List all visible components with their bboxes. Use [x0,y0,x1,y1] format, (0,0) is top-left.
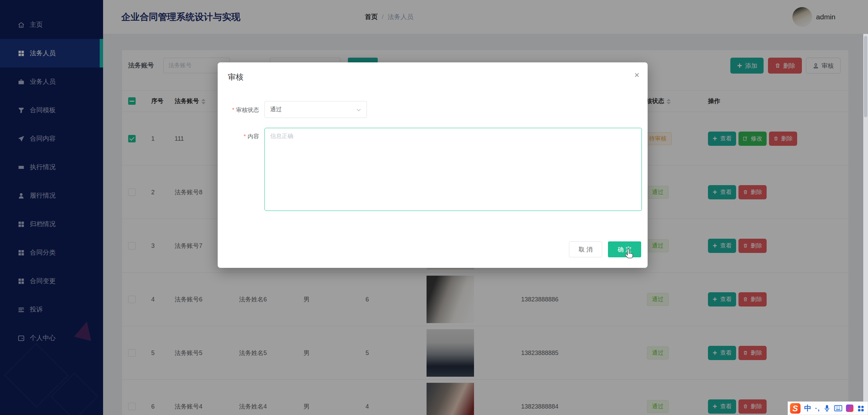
audit-content-textarea[interactable] [264,128,642,211]
ime-skin-icon[interactable] [846,404,853,412]
ime-mode-chinese[interactable]: 中 [804,403,811,413]
audit-status-select[interactable]: 通过 [264,101,367,118]
chevron-down-icon [356,107,362,113]
confirm-button[interactable]: 确 定 [608,241,641,257]
close-icon[interactable]: × [634,71,639,79]
required-mark: * [243,133,246,140]
content-field-label: *内容 [226,133,259,140]
ime-toolbar: S 中 ·, [788,401,868,415]
select-value: 通过 [270,101,282,118]
ime-tools-grid-icon[interactable] [857,405,864,412]
microphone-icon[interactable] [824,404,830,412]
required-mark: * [232,107,234,113]
scrollbar-thumb[interactable] [864,36,867,117]
cancel-button[interactable]: 取 消 [569,241,602,257]
keyboard-icon[interactable] [834,405,842,412]
status-field-label: *审核状态 [226,106,259,114]
dialog-title: 审核 [228,72,243,82]
vertical-scrollbar[interactable] [863,34,868,415]
audit-dialog: 审核 × *审核状态 通过 *内容 取 消 确 定 [218,62,648,268]
ime-punctuation[interactable]: ·, [815,404,820,412]
sogou-logo-icon[interactable]: S [790,403,801,414]
